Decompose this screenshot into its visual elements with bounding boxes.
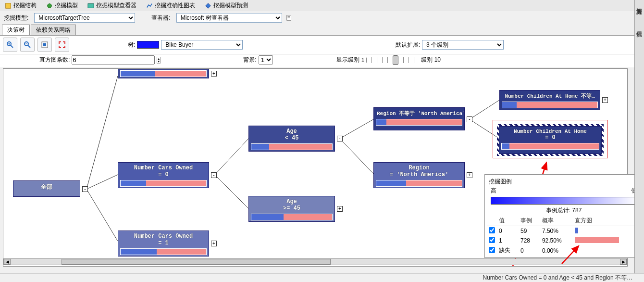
node-label: Age bbox=[249, 196, 334, 205]
tree-node-nco-0[interactable]: Number Cars Owned = 0 bbox=[118, 162, 209, 188]
node-label: = 1 bbox=[118, 240, 209, 246]
legend-value: 1 bbox=[497, 236, 519, 245]
legend-gradient bbox=[491, 197, 637, 205]
tree-toolbar: 树: Bike Buyer 默认扩展: 3 个级别 bbox=[0, 36, 644, 54]
tab-model-prediction[interactable]: 挖掘模型预测 bbox=[202, 0, 251, 11]
tree-node-region-ne-na[interactable]: Region 不等于 'North America' bbox=[373, 107, 465, 130]
zoom-in-button[interactable] bbox=[3, 38, 17, 52]
expander[interactable]: + bbox=[467, 172, 472, 178]
legend-row[interactable]: 1 728 92.50% bbox=[487, 236, 641, 245]
tab-decision-tree[interactable]: 决策树 bbox=[2, 25, 30, 35]
hist-bars-input[interactable] bbox=[72, 55, 155, 64]
tree-toolbar-2: 直方图条数: ▲▼ 背景: 1 显示级别 1 级别 10 bbox=[0, 54, 644, 67]
tree-node-partial[interactable] bbox=[118, 69, 209, 78]
expander[interactable]: - bbox=[211, 172, 217, 178]
svg-line-17 bbox=[87, 76, 118, 189]
legend-value: 0 bbox=[497, 226, 519, 236]
svg-rect-15 bbox=[43, 43, 46, 46]
svg-marker-3 bbox=[206, 3, 211, 8]
status-bar: Number Cars Owned = 0 and Age < 45 and R… bbox=[0, 273, 644, 282]
tab-mining-model[interactable]: 挖掘模型 bbox=[43, 0, 81, 11]
node-label: Number Children At Home 不等… bbox=[500, 90, 600, 100]
legend-checkbox[interactable] bbox=[489, 227, 495, 233]
node-label: Region bbox=[374, 163, 464, 171]
legend-cases: 59 bbox=[519, 226, 540, 236]
nav-button[interactable] bbox=[37, 38, 52, 52]
legend-hist bbox=[573, 226, 641, 236]
tree-node-age-lt45[interactable]: Age < 45 bbox=[248, 126, 335, 152]
tab-accuracy-chart[interactable]: 挖掘准确性图表 bbox=[143, 0, 198, 11]
background-combo[interactable]: 1 bbox=[259, 55, 273, 64]
spinner-icon[interactable]: ▲▼ bbox=[157, 57, 161, 64]
legend-hist bbox=[573, 236, 641, 245]
svg-line-20 bbox=[215, 175, 248, 208]
level-min: 1 bbox=[361, 57, 365, 64]
show-level-label: 显示级别 bbox=[336, 56, 359, 64]
tree-node-children-ne[interactable]: Number Children At Home 不等… bbox=[499, 90, 600, 110]
legend-title: 挖掘图例 bbox=[487, 177, 641, 187]
expander[interactable]: - bbox=[337, 136, 343, 141]
legend-checkbox[interactable] bbox=[489, 237, 495, 243]
expander[interactable]: + bbox=[211, 71, 217, 77]
scroll-right-arrow[interactable]: ▶ bbox=[620, 259, 627, 265]
tree-node-root[interactable]: 全部 bbox=[13, 180, 80, 197]
zoom-out-button[interactable] bbox=[20, 38, 35, 52]
svg-line-12 bbox=[28, 45, 30, 48]
tree-node-selected-highlight: Number Children At Home = 0 bbox=[493, 120, 608, 158]
viewer-combo[interactable]: Microsoft 树查看器 bbox=[176, 13, 282, 23]
scroll-left-arrow[interactable]: ◀ bbox=[4, 259, 11, 265]
tab-label: 挖掘准确性图表 bbox=[155, 1, 195, 10]
slider-thumb[interactable] bbox=[393, 55, 398, 65]
legend-prob: 7.50% bbox=[540, 226, 573, 236]
expander[interactable]: + bbox=[211, 241, 217, 246]
legend-row[interactable]: 缺失 0 0.00% bbox=[487, 245, 641, 256]
ribbon-tabs: 挖掘结构 挖掘模型 挖掘模型查看器 挖掘准确性图表 挖掘模型预测 bbox=[0, 0, 644, 11]
scroll-thumb[interactable] bbox=[62, 259, 331, 265]
hist-bars-label: 直方图条数: bbox=[39, 56, 70, 64]
node-label: = 'North America' bbox=[374, 171, 464, 178]
sheet-icon[interactable] bbox=[286, 14, 293, 21]
fit-button[interactable] bbox=[55, 38, 69, 52]
expander[interactable]: - bbox=[82, 186, 88, 192]
node-label: Number Cars Owned bbox=[118, 231, 209, 240]
dock-solution-explorer[interactable]: 解决方案资 bbox=[635, 0, 643, 4]
tree-node-nco-1[interactable]: Number Cars Owned = 1 bbox=[118, 231, 209, 256]
col-prob: 概率 bbox=[540, 216, 573, 226]
legend-prob: 92.50% bbox=[540, 236, 573, 245]
mining-model-label: 挖掘模型: bbox=[4, 14, 28, 22]
svg-rect-0 bbox=[6, 3, 11, 8]
node-label: Age bbox=[249, 126, 334, 135]
legend-prob: 0.00% bbox=[540, 245, 573, 256]
legend-value: 缺失 bbox=[497, 245, 519, 256]
node-label: >= 45 bbox=[249, 205, 334, 212]
default-expand-combo[interactable]: 3 个级别 bbox=[422, 40, 504, 50]
legend-checkbox[interactable] bbox=[489, 247, 495, 253]
mining-model-combo[interactable]: MicrosoftTargetTree bbox=[34, 13, 135, 23]
legend-row[interactable]: 0 59 7.50% bbox=[487, 226, 641, 236]
tree-node-region-eq-na[interactable]: Region = 'North America' bbox=[373, 162, 465, 188]
col-hist: 直方图 bbox=[573, 216, 641, 226]
svg-point-1 bbox=[48, 3, 52, 8]
svg-rect-2 bbox=[88, 3, 94, 8]
node-label: Number Children At Home bbox=[499, 127, 601, 134]
tree-attribute-combo[interactable]: Bike Buyer bbox=[161, 40, 243, 50]
tree-node-children-0[interactable]: Number Children At Home = 0 bbox=[499, 126, 602, 154]
dock-properties[interactable]: 属性 bbox=[635, 23, 643, 27]
expander[interactable]: - bbox=[467, 116, 472, 122]
tree-label: 树: bbox=[128, 41, 135, 49]
tab-model-viewer[interactable]: 挖掘模型查看器 bbox=[85, 0, 139, 11]
col-value: 值 bbox=[497, 216, 519, 226]
level-slider[interactable] bbox=[366, 57, 419, 63]
level-max: 级别 10 bbox=[421, 56, 441, 64]
node-label: 全部 bbox=[13, 181, 80, 191]
expander[interactable]: + bbox=[337, 206, 343, 212]
tab-mining-structure[interactable]: 挖掘结构 bbox=[2, 0, 39, 11]
horizontal-scrollbar[interactable]: ◀ ▶ bbox=[3, 258, 627, 265]
expander[interactable]: + bbox=[602, 97, 608, 103]
background-label: 背景: bbox=[243, 56, 256, 64]
tab-dependency-network[interactable]: 依赖关系网络 bbox=[31, 25, 76, 35]
node-label: Number Cars Owned bbox=[118, 163, 209, 171]
node-label: Region 不等于 'North America' bbox=[374, 108, 464, 117]
tree-node-age-ge45[interactable]: Age >= 45 bbox=[248, 196, 335, 222]
node-label: < 45 bbox=[249, 135, 334, 141]
